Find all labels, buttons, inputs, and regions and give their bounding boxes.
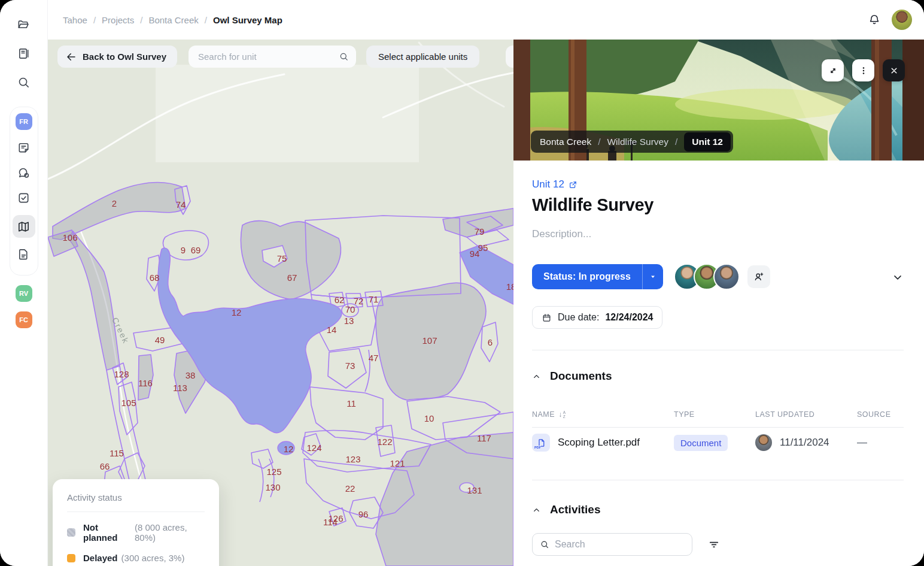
top-bar: Tahoe/ Projects/ Bonta Creek/ Owl Survey… — [48, 0, 924, 40]
map-unit-11[interactable]: 11 — [346, 398, 356, 408]
document-icon[interactable] — [16, 246, 32, 262]
map-unit-70[interactable]: 70 — [345, 304, 355, 314]
map-unit-14[interactable]: 14 — [327, 325, 337, 335]
map-unit-74[interactable]: 74 — [176, 199, 186, 210]
user-avatar[interactable] — [892, 10, 912, 30]
map-unit-47[interactable]: 47 — [369, 353, 379, 363]
map-unit-116[interactable]: 116 — [138, 378, 153, 388]
survey-map[interactable]: Creek 2741069697568677995941862727170131… — [48, 40, 513, 566]
workspace-avatar-fc[interactable]: FC — [16, 311, 32, 328]
map-unit-96[interactable]: 96 — [358, 509, 369, 519]
panel-breadcrumb-bonta-creek[interactable]: Bonta Creek — [540, 137, 591, 147]
map-unit-105[interactable]: 105 — [121, 398, 136, 408]
bell-icon[interactable] — [868, 13, 881, 26]
col-last-updated[interactable]: LAST UPDATED — [755, 410, 857, 419]
map-unit-13[interactable]: 13 — [344, 316, 354, 326]
map-unit-107[interactable]: 107 — [422, 335, 437, 346]
map-unit-124[interactable]: 124 — [306, 443, 321, 453]
map-unit-9[interactable]: 9 — [181, 245, 186, 255]
assignee-avatar-3[interactable] — [713, 264, 740, 290]
map-unit-122[interactable]: 122 — [377, 437, 392, 447]
map-unit-68[interactable]: 68 — [150, 273, 160, 283]
map-unit-67[interactable]: 67 — [287, 273, 297, 283]
tasks-icon[interactable] — [16, 190, 32, 205]
unit-search-field[interactable] — [189, 46, 356, 68]
projects-folder-icon[interactable] — [16, 17, 32, 32]
clipped-toolbar-button[interactable] — [506, 46, 513, 68]
updater-avatar — [755, 434, 772, 451]
col-name[interactable]: NAME — [532, 410, 555, 419]
add-assignee-button[interactable] — [747, 265, 770, 288]
map-unit-123[interactable]: 123 — [345, 454, 360, 464]
activities-search-input[interactable] — [555, 539, 685, 550]
select-applicable-units-button[interactable]: Select applicable units — [366, 46, 479, 68]
documents-section-header[interactable]: Documents — [532, 370, 904, 383]
unit-12-link[interactable]: Unit 12 — [532, 178, 578, 190]
description-field[interactable]: Description... — [532, 228, 904, 240]
map-unit-94[interactable]: 94 — [470, 249, 480, 259]
map-unit-12[interactable]: 12 — [232, 307, 242, 317]
map-unit-22[interactable]: 22 — [345, 483, 355, 494]
map-unit-18[interactable]: 18 — [506, 282, 513, 292]
collapse-chevron-down-icon[interactable] — [892, 271, 904, 283]
breadcrumb-tahoe[interactable]: Tahoe — [63, 15, 87, 25]
map-unit-121[interactable]: 121 — [390, 458, 405, 468]
breadcrumb-projects[interactable]: Projects — [102, 15, 134, 25]
map-unit-69[interactable]: 69 — [191, 245, 201, 255]
map-unit-115[interactable]: 115 — [110, 448, 124, 458]
workspace-avatar-fr[interactable]: FR — [16, 113, 32, 130]
panel-breadcrumb-unit-12[interactable]: Unit 12 — [684, 132, 731, 152]
search-icon[interactable] — [16, 74, 32, 90]
col-source[interactable]: SOURCE — [857, 410, 904, 419]
activities-section-header[interactable]: Activities — [532, 503, 904, 516]
status-dropdown-caret[interactable] — [643, 264, 663, 289]
status-button[interactable]: Status: In progress — [532, 264, 663, 289]
search-icon — [339, 52, 349, 62]
close-icon[interactable] — [883, 59, 905, 81]
map-unit-71[interactable]: 71 — [369, 294, 379, 304]
arrow-left-icon — [66, 52, 77, 62]
map-unit-12[interactable]: 12 — [284, 444, 294, 454]
breadcrumb-bonta-creek[interactable]: Bonta Creek — [148, 15, 198, 25]
map-unit-79[interactable]: 79 — [475, 226, 485, 237]
map-unit-10[interactable]: 10 — [424, 413, 434, 423]
map-unit-131[interactable]: 131 — [467, 485, 482, 495]
kebab-menu-icon[interactable] — [852, 59, 874, 81]
back-button-label: Back to Owl Survey — [83, 52, 166, 62]
map-unit-38[interactable]: 38 — [186, 370, 196, 380]
map-unit-2[interactable]: 2 — [112, 198, 117, 208]
col-type[interactable]: TYPE — [674, 410, 755, 419]
filter-icon[interactable] — [708, 538, 720, 550]
map-unit-106[interactable]: 106 — [62, 232, 77, 243]
due-date-field[interactable]: Due date: 12/24/2024 — [532, 306, 662, 329]
map-unit-75[interactable]: 75 — [277, 253, 287, 264]
map-unit-130[interactable]: 130 — [265, 482, 280, 492]
unit-search-input[interactable] — [198, 52, 339, 62]
chevron-up-icon — [532, 372, 541, 381]
back-to-owl-survey-button[interactable]: Back to Owl Survey — [57, 46, 177, 68]
map-tab-selected[interactable] — [13, 215, 35, 238]
last-updated-date: 11/11/2024 — [780, 437, 829, 449]
workspace-avatar-rv[interactable]: RV — [16, 285, 32, 302]
map-unit-62[interactable]: 62 — [335, 295, 345, 305]
expand-icon[interactable] — [822, 59, 844, 81]
map-unit-6[interactable]: 6 — [488, 337, 493, 347]
app-window: FR RV FC Tahoe/ Projects/ — [0, 0, 924, 566]
map-unit-113[interactable]: 113 — [173, 383, 187, 393]
document-row[interactable]: PDF Scoping Letter.pdf Document 11/11/20… — [532, 428, 904, 458]
map-unit-125[interactable]: 125 — [266, 467, 281, 477]
map-unit-114[interactable]: 114 — [323, 517, 338, 527]
sort-az-icon[interactable]: ↓AZ — [558, 410, 566, 419]
activities-search-field[interactable] — [532, 533, 692, 556]
map-unit-49[interactable]: 49 — [155, 335, 165, 345]
map-unit-117[interactable]: 117 — [477, 433, 491, 443]
chat-icon[interactable] — [16, 165, 32, 180]
library-icon[interactable] — [16, 46, 32, 61]
map-unit-73[interactable]: 73 — [345, 361, 355, 371]
notes-icon[interactable] — [16, 140, 32, 155]
map-unit-128[interactable]: 128 — [114, 369, 129, 379]
map-unit-66[interactable]: 66 — [100, 461, 110, 471]
select-units-label: Select applicable units — [378, 52, 467, 62]
icon-sidebar: FR RV FC — [0, 0, 48, 566]
panel-breadcrumb-wildlife-survey[interactable]: Wildlife Survey — [607, 137, 668, 147]
